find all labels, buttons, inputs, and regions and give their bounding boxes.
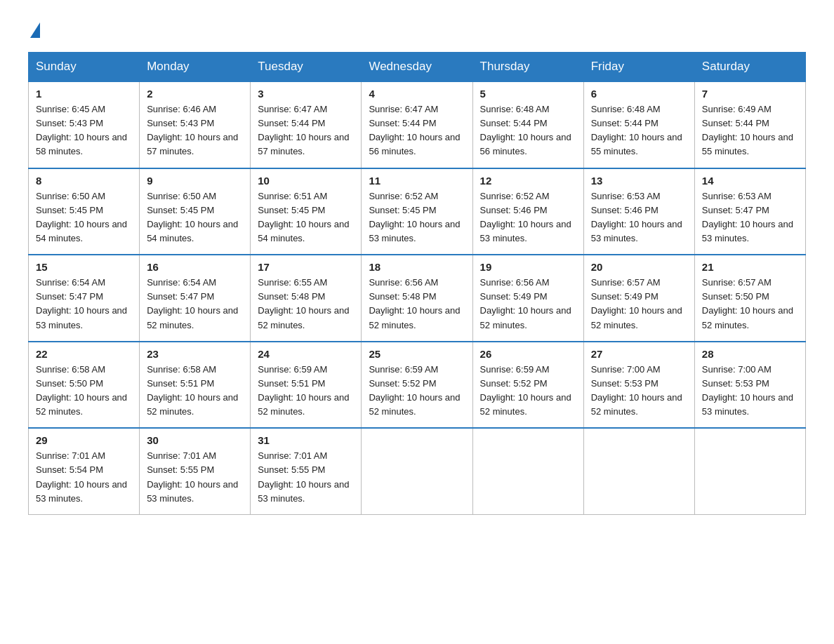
day-info: Sunrise: 6:50 AMSunset: 5:45 PMDaylight:…	[147, 191, 238, 243]
day-info: Sunrise: 6:52 AMSunset: 5:45 PMDaylight:…	[369, 191, 460, 243]
day-number: 29	[36, 434, 132, 446]
day-number: 1	[36, 88, 132, 100]
day-info: Sunrise: 6:49 AMSunset: 5:44 PMDaylight:…	[702, 104, 793, 156]
calendar-cell	[694, 428, 805, 514]
day-number: 18	[369, 261, 465, 273]
calendar-cell: 26 Sunrise: 6:59 AMSunset: 5:52 PMDaylig…	[472, 342, 583, 429]
day-info: Sunrise: 6:48 AMSunset: 5:44 PMDaylight:…	[591, 104, 682, 156]
calendar-cell: 9 Sunrise: 6:50 AMSunset: 5:45 PMDayligh…	[140, 168, 251, 255]
day-info: Sunrise: 7:00 AMSunset: 5:53 PMDaylight:…	[702, 364, 793, 417]
day-number: 10	[258, 175, 354, 187]
calendar-cell: 19 Sunrise: 6:56 AMSunset: 5:49 PMDaylig…	[472, 255, 583, 342]
day-info: Sunrise: 6:50 AMSunset: 5:45 PMDaylight:…	[36, 191, 127, 243]
day-info: Sunrise: 7:01 AMSunset: 5:54 PMDaylight:…	[36, 450, 127, 503]
day-number: 21	[702, 261, 798, 273]
day-of-week-header: Saturday	[694, 53, 805, 82]
day-number: 3	[258, 88, 354, 100]
calendar-cell: 3 Sunrise: 6:47 AMSunset: 5:44 PMDayligh…	[251, 81, 362, 168]
calendar-cell: 24 Sunrise: 6:59 AMSunset: 5:51 PMDaylig…	[251, 342, 362, 429]
logo-triangle-icon	[30, 22, 40, 38]
day-info: Sunrise: 6:46 AMSunset: 5:43 PMDaylight:…	[147, 104, 238, 156]
day-info: Sunrise: 7:00 AMSunset: 5:53 PMDaylight:…	[591, 364, 682, 417]
day-number: 5	[480, 88, 576, 100]
day-info: Sunrise: 6:59 AMSunset: 5:52 PMDaylight:…	[369, 364, 460, 417]
day-number: 24	[258, 348, 354, 360]
day-number: 16	[147, 261, 243, 273]
day-number: 19	[480, 261, 576, 273]
page-header	[28, 21, 806, 38]
day-of-week-header: Tuesday	[251, 53, 362, 82]
day-number: 25	[369, 348, 465, 360]
day-number: 13	[591, 175, 687, 187]
calendar-cell: 27 Sunrise: 7:00 AMSunset: 5:53 PMDaylig…	[583, 342, 694, 429]
calendar-week-row: 15 Sunrise: 6:54 AMSunset: 5:47 PMDaylig…	[29, 255, 806, 342]
calendar-cell: 13 Sunrise: 6:53 AMSunset: 5:46 PMDaylig…	[583, 168, 694, 255]
calendar-cell: 29 Sunrise: 7:01 AMSunset: 5:54 PMDaylig…	[29, 428, 140, 514]
day-number: 26	[480, 348, 576, 360]
day-info: Sunrise: 6:47 AMSunset: 5:44 PMDaylight:…	[258, 104, 349, 156]
day-number: 14	[702, 175, 798, 187]
day-info: Sunrise: 6:47 AMSunset: 5:44 PMDaylight:…	[369, 104, 460, 156]
calendar-cell: 1 Sunrise: 6:45 AMSunset: 5:43 PMDayligh…	[29, 81, 140, 168]
day-info: Sunrise: 6:45 AMSunset: 5:43 PMDaylight:…	[36, 104, 127, 156]
calendar-cell: 14 Sunrise: 6:53 AMSunset: 5:47 PMDaylig…	[694, 168, 805, 255]
calendar-cell: 23 Sunrise: 6:58 AMSunset: 5:51 PMDaylig…	[140, 342, 251, 429]
calendar-cell: 25 Sunrise: 6:59 AMSunset: 5:52 PMDaylig…	[362, 342, 472, 429]
day-number: 17	[258, 261, 354, 273]
day-info: Sunrise: 6:58 AMSunset: 5:50 PMDaylight:…	[36, 364, 127, 417]
calendar-week-row: 22 Sunrise: 6:58 AMSunset: 5:50 PMDaylig…	[29, 342, 806, 429]
calendar-cell: 30 Sunrise: 7:01 AMSunset: 5:55 PMDaylig…	[140, 428, 251, 514]
calendar-table: SundayMondayTuesdayWednesdayThursdayFrid…	[28, 52, 806, 515]
calendar-cell: 5 Sunrise: 6:48 AMSunset: 5:44 PMDayligh…	[472, 81, 583, 168]
day-info: Sunrise: 6:53 AMSunset: 5:47 PMDaylight:…	[702, 191, 793, 243]
calendar-cell: 10 Sunrise: 6:51 AMSunset: 5:45 PMDaylig…	[251, 168, 362, 255]
day-number: 4	[369, 88, 465, 100]
calendar-cell: 28 Sunrise: 7:00 AMSunset: 5:53 PMDaylig…	[694, 342, 805, 429]
day-number: 15	[36, 261, 132, 273]
day-number: 20	[591, 261, 687, 273]
day-number: 30	[147, 434, 243, 446]
calendar-week-row: 29 Sunrise: 7:01 AMSunset: 5:54 PMDaylig…	[29, 428, 806, 514]
day-info: Sunrise: 6:52 AMSunset: 5:46 PMDaylight:…	[480, 191, 571, 243]
day-number: 12	[480, 175, 576, 187]
day-info: Sunrise: 7:01 AMSunset: 5:55 PMDaylight:…	[147, 450, 238, 503]
day-of-week-header: Sunday	[29, 53, 140, 82]
day-number: 31	[258, 434, 354, 446]
day-info: Sunrise: 6:56 AMSunset: 5:49 PMDaylight:…	[480, 277, 571, 330]
calendar-week-row: 1 Sunrise: 6:45 AMSunset: 5:43 PMDayligh…	[29, 81, 806, 168]
day-number: 11	[369, 175, 465, 187]
calendar-cell: 8 Sunrise: 6:50 AMSunset: 5:45 PMDayligh…	[29, 168, 140, 255]
day-info: Sunrise: 6:58 AMSunset: 5:51 PMDaylight:…	[147, 364, 238, 417]
day-of-week-header: Monday	[140, 53, 251, 82]
day-info: Sunrise: 6:54 AMSunset: 5:47 PMDaylight:…	[36, 277, 127, 330]
day-info: Sunrise: 6:59 AMSunset: 5:52 PMDaylight:…	[480, 364, 571, 417]
day-info: Sunrise: 6:54 AMSunset: 5:47 PMDaylight:…	[147, 277, 238, 330]
calendar-cell: 15 Sunrise: 6:54 AMSunset: 5:47 PMDaylig…	[29, 255, 140, 342]
day-info: Sunrise: 6:59 AMSunset: 5:51 PMDaylight:…	[258, 364, 349, 417]
calendar-header-row: SundayMondayTuesdayWednesdayThursdayFrid…	[29, 53, 806, 82]
day-info: Sunrise: 6:53 AMSunset: 5:46 PMDaylight:…	[591, 191, 682, 243]
day-number: 6	[591, 88, 687, 100]
day-of-week-header: Friday	[583, 53, 694, 82]
day-of-week-header: Thursday	[472, 53, 583, 82]
day-info: Sunrise: 6:57 AMSunset: 5:49 PMDaylight:…	[591, 277, 682, 330]
calendar-cell: 18 Sunrise: 6:56 AMSunset: 5:48 PMDaylig…	[362, 255, 472, 342]
day-number: 9	[147, 175, 243, 187]
day-info: Sunrise: 6:48 AMSunset: 5:44 PMDaylight:…	[480, 104, 571, 156]
day-number: 7	[702, 88, 798, 100]
calendar-cell: 7 Sunrise: 6:49 AMSunset: 5:44 PMDayligh…	[694, 81, 805, 168]
day-number: 28	[702, 348, 798, 360]
logo	[28, 21, 40, 38]
day-info: Sunrise: 6:55 AMSunset: 5:48 PMDaylight:…	[258, 277, 349, 330]
day-number: 23	[147, 348, 243, 360]
calendar-cell: 21 Sunrise: 6:57 AMSunset: 5:50 PMDaylig…	[694, 255, 805, 342]
calendar-cell: 17 Sunrise: 6:55 AMSunset: 5:48 PMDaylig…	[251, 255, 362, 342]
calendar-cell: 22 Sunrise: 6:58 AMSunset: 5:50 PMDaylig…	[29, 342, 140, 429]
day-info: Sunrise: 6:56 AMSunset: 5:48 PMDaylight:…	[369, 277, 460, 330]
calendar-cell: 6 Sunrise: 6:48 AMSunset: 5:44 PMDayligh…	[583, 81, 694, 168]
calendar-cell	[362, 428, 472, 514]
calendar-cell: 2 Sunrise: 6:46 AMSunset: 5:43 PMDayligh…	[140, 81, 251, 168]
day-info: Sunrise: 6:57 AMSunset: 5:50 PMDaylight:…	[702, 277, 793, 330]
day-number: 22	[36, 348, 132, 360]
calendar-cell: 16 Sunrise: 6:54 AMSunset: 5:47 PMDaylig…	[140, 255, 251, 342]
